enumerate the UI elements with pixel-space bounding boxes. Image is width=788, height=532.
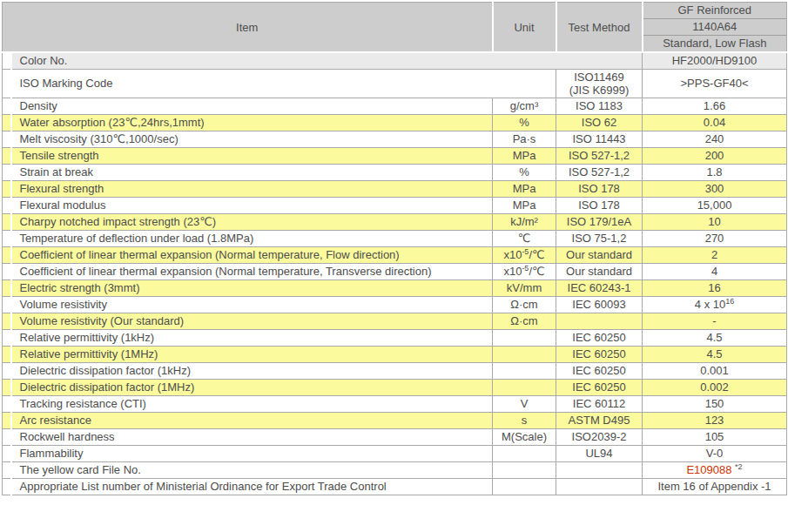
table-row: Strain at break%ISO 527-1,21.8 xyxy=(3,164,787,180)
row-leading-cell xyxy=(3,147,11,164)
item-cell: Coefficient of linear thermal expansion … xyxy=(11,246,493,263)
header-item: Item xyxy=(3,3,493,53)
test-method-cell: ISO 527-1,2 xyxy=(556,147,643,164)
value-cell: Item 16 of Appendix -1 xyxy=(643,478,787,495)
property-table: Item Unit Test Method GF Reinforced 1140… xyxy=(2,2,787,495)
row-leading-cell xyxy=(3,395,11,412)
item-cell: Dielectric dissipation factor (1kHz) xyxy=(11,362,493,379)
value-cell: >PPS-GF40< xyxy=(643,69,787,98)
test-method-cell: Our standard xyxy=(556,263,643,279)
test-method-cell: IEC 60112 xyxy=(556,395,643,412)
value-cell: 4.5 xyxy=(643,329,787,346)
value-cell: 0.001 xyxy=(643,362,787,379)
unit-cell xyxy=(493,346,556,362)
unit-cell: kV/mm xyxy=(493,279,556,296)
value-cell: 10 xyxy=(643,213,787,230)
row-leading-cell xyxy=(3,69,11,98)
table-row: Melt viscosity (310℃,1000/sec)Pa·sISO 11… xyxy=(3,131,787,147)
value-cell: 200 xyxy=(643,147,787,164)
value-cell: 240 xyxy=(643,131,787,147)
table-row: The yellow card File No.E109088 *2 xyxy=(3,461,787,478)
header-row: Item Unit Test Method GF Reinforced 1140… xyxy=(3,3,787,53)
test-method-cell xyxy=(556,461,643,478)
test-method-cell: IEC 60243-1 xyxy=(556,279,643,296)
value-cell: 0.04 xyxy=(643,114,787,131)
table-row: Flexural modulusMPaISO 17815,000 xyxy=(3,197,787,213)
row-leading-cell xyxy=(3,197,11,213)
table-row: Color No.HF2000/HD9100 xyxy=(3,52,787,69)
item-cell: Flammability xyxy=(11,445,493,461)
value-cell: 4 x 1016 xyxy=(643,296,787,313)
table-row: Temperature of deflection under load (1.… xyxy=(3,230,787,246)
item-cell: Temperature of deflection under load (1.… xyxy=(11,230,493,246)
test-method-cell: ISO 178 xyxy=(556,197,643,213)
item-cell: Relative permittivity (1MHz) xyxy=(11,346,493,362)
test-method-cell: ISO 62 xyxy=(556,114,643,131)
row-leading-cell xyxy=(3,98,11,114)
table-header: Item Unit Test Method GF Reinforced 1140… xyxy=(3,3,787,53)
value-cell: 270 xyxy=(643,230,787,246)
value-cell: 16 xyxy=(643,279,787,296)
unit-cell: x10-5/℃ xyxy=(493,246,556,263)
test-method-cell: ISO 527-1,2 xyxy=(556,164,643,180)
table-row: Rockwell hardnessM(Scale)ISO2039-2105 xyxy=(3,428,787,445)
table-row: Coefficient of linear thermal expansion … xyxy=(3,246,787,263)
item-cell: Dielectric dissipation factor (1MHz) xyxy=(11,379,493,395)
table-row: Volume resistivity (Our standard)Ω·cm- xyxy=(3,313,787,329)
test-method-cell: UL94 xyxy=(556,445,643,461)
row-leading-cell xyxy=(3,379,11,395)
row-leading-cell xyxy=(3,461,11,478)
item-cell: Flexural modulus xyxy=(11,197,493,213)
row-leading-cell xyxy=(3,246,11,263)
table-row: Relative permittivity (1kHz)IEC 602504.5 xyxy=(3,329,787,346)
table-row: Charpy notched impact strength (23℃)kJ/m… xyxy=(3,213,787,230)
item-cell: Tensile strength xyxy=(11,147,493,164)
row-leading-cell xyxy=(3,346,11,362)
value-cell: 0.002 xyxy=(643,379,787,395)
test-method-cell: ISO 178 xyxy=(556,180,643,197)
yellow-card-link[interactable]: E109088 *2 xyxy=(643,461,787,478)
item-cell: Color No. xyxy=(11,52,643,69)
value-cell: - xyxy=(643,313,787,329)
unit-cell: Ω·cm xyxy=(493,296,556,313)
test-method-cell: Our standard xyxy=(556,246,643,263)
row-leading-cell xyxy=(3,213,11,230)
header-test-method: Test Method xyxy=(556,3,643,53)
test-method-cell: ASTM D495 xyxy=(556,412,643,428)
item-cell: Electric strength (3mmt) xyxy=(11,279,493,296)
unit-cell: MPa xyxy=(493,180,556,197)
item-cell: Appropriate List number of Ministerial O… xyxy=(11,478,493,495)
row-leading-cell xyxy=(3,52,11,69)
table-row: FlammabilityUL94V-0 xyxy=(3,445,787,461)
row-leading-cell xyxy=(3,296,11,313)
test-method-cell: ISO11469 (JIS K6999) xyxy=(556,69,643,98)
value-cell: 150 xyxy=(643,395,787,412)
table-row: Volume resistivityΩ·cmIEC 600934 x 1016 xyxy=(3,296,787,313)
value-cell: 123 xyxy=(643,412,787,428)
unit-cell: x10-5/℃ xyxy=(493,263,556,279)
test-method-cell: ISO 11443 xyxy=(556,131,643,147)
test-method-cell: ISO 75-1,2 xyxy=(556,230,643,246)
header-grade-stack: GF Reinforced 1140A64 Standard, Low Flas… xyxy=(643,3,787,53)
item-cell: Relative permittivity (1kHz) xyxy=(11,329,493,346)
row-leading-cell xyxy=(3,230,11,246)
unit-cell: % xyxy=(493,164,556,180)
unit-cell xyxy=(493,362,556,379)
item-cell: The yellow card File No. xyxy=(11,461,493,478)
item-cell: Melt viscosity (310℃,1000/sec) xyxy=(11,131,493,147)
value-cell: 300 xyxy=(643,180,787,197)
header-unit: Unit xyxy=(493,3,556,53)
test-method-cell: IEC 60093 xyxy=(556,296,643,313)
unit-cell: V xyxy=(493,395,556,412)
grade-name: 1140A64 xyxy=(643,18,787,35)
row-leading-cell xyxy=(3,412,11,428)
item-cell: Water absorption (23℃,24hrs,1mmt) xyxy=(11,114,493,131)
table-row: Dielectric dissipation factor (1kHz)IEC … xyxy=(3,362,787,379)
item-cell: Charpy notched impact strength (23℃) xyxy=(11,213,493,230)
table-row: Appropriate List number of Ministerial O… xyxy=(3,478,787,495)
test-method-cell: IEC 60250 xyxy=(556,362,643,379)
row-leading-cell xyxy=(3,362,11,379)
unit-cell: MPa xyxy=(493,197,556,213)
item-cell: Density xyxy=(11,98,493,114)
test-method-cell: ISO 1183 xyxy=(556,98,643,114)
